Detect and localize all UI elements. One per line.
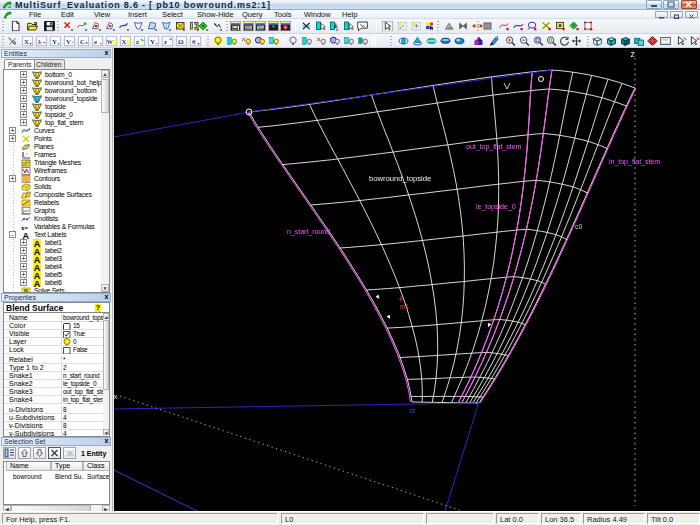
- tree-expander-icon[interactable]: +: [20, 95, 27, 102]
- win-cascade-icon[interactable]: [230, 21, 241, 32]
- mdi-close-button[interactable]: [685, 11, 698, 18]
- property-row-u-subdivisions[interactable]: u-Subdivisions4: [4, 414, 110, 422]
- cut-icon[interactable]: [301, 21, 312, 32]
- g-W-icon[interactable]: W: [106, 36, 117, 47]
- entities-close-icon[interactable]: x: [103, 50, 110, 56]
- bulb-show-icon[interactable]: [213, 36, 224, 47]
- bulb-knot-icon[interactable]: [255, 36, 266, 47]
- lens-1-icon[interactable]: [398, 36, 409, 47]
- point-magenta-icon[interactable]: [105, 21, 116, 32]
- pan-icon[interactable]: [571, 36, 582, 47]
- close-button[interactable]: [681, 0, 697, 9]
- mdi-minimize-button[interactable]: [655, 11, 668, 18]
- cube-wire-icon[interactable]: [592, 36, 603, 47]
- curve-red-teal-icon[interactable]: [499, 21, 510, 32]
- menu-help[interactable]: Help: [340, 10, 359, 19]
- tree-expander-icon[interactable]: +: [9, 135, 16, 142]
- dbulb-x-icon[interactable]: [316, 36, 327, 47]
- g-z2-icon[interactable]: z: [162, 36, 173, 47]
- tree-expander-icon[interactable]: +: [9, 175, 16, 182]
- selection-up-button[interactable]: [18, 447, 31, 459]
- tree-expander-icon[interactable]: -: [9, 231, 16, 238]
- arrow-return-icon[interactable]: [212, 21, 223, 32]
- property-row-v-subdivisions[interactable]: v-Subdivisions4: [4, 430, 110, 437]
- win-grid-icon[interactable]: [243, 21, 254, 32]
- scroll-down-icon[interactable]: ▼: [103, 429, 109, 435]
- del-x-icon[interactable]: [63, 21, 74, 32]
- selection-cell[interactable]: Surface: [87, 473, 110, 480]
- lens-3-icon[interactable]: [426, 36, 437, 47]
- knife-icon[interactable]: [488, 36, 499, 47]
- tree-expander-icon[interactable]: +: [20, 103, 27, 110]
- surf-outline-icon[interactable]: [133, 21, 144, 32]
- column-header-name[interactable]: Name: [6, 462, 51, 471]
- property-row-visible[interactable]: VisibleTrue: [4, 330, 110, 338]
- tab-parents[interactable]: Parents: [4, 59, 35, 69]
- open-icon[interactable]: [27, 21, 38, 32]
- g-O-icon[interactable]: Ω: [176, 36, 187, 47]
- g-z-icon[interactable]: z: [134, 36, 145, 47]
- cube-teal-icon[interactable]: [620, 36, 631, 47]
- property-row-name[interactable]: Namebowround_topside: [4, 314, 110, 322]
- property-row-layer[interactable]: Layer0: [4, 338, 110, 346]
- lens-5-icon[interactable]: [454, 36, 465, 47]
- curve-blue-icon[interactable]: [119, 21, 130, 32]
- tree-expander-icon[interactable]: +: [20, 79, 27, 86]
- properties-close-icon[interactable]: x: [103, 294, 110, 300]
- selection-cell[interactable]: Blend Su...: [55, 473, 84, 480]
- property-row-u-divisions[interactable]: u-Divisions8: [4, 406, 110, 414]
- grid-color-icon[interactable]: [425, 21, 436, 32]
- property-row-v-divisions[interactable]: v-Divisions8: [4, 422, 110, 430]
- diamond-red-icon[interactable]: [647, 36, 658, 47]
- cursor-x-icon[interactable]: [689, 36, 700, 47]
- curve-teal-icon[interactable]: [513, 21, 524, 32]
- curve-green-icon[interactable]: [77, 21, 88, 32]
- tree-expander-icon[interactable]: +: [20, 71, 27, 78]
- g-C-icon[interactable]: C: [78, 36, 89, 47]
- help-icon[interactable]: ?: [95, 304, 101, 312]
- minimize-button[interactable]: [646, 0, 662, 9]
- tree-expander-icon[interactable]: +: [20, 87, 27, 94]
- menu-window[interactable]: Window: [302, 10, 333, 19]
- win-star-icon[interactable]: [268, 21, 279, 32]
- cursor-sel-icon[interactable]: [676, 36, 687, 47]
- column-header-class[interactable]: Class: [83, 462, 110, 471]
- tree-expander-icon[interactable]: +: [20, 279, 27, 286]
- bulb-x-icon[interactable]: [241, 36, 252, 47]
- new-icon[interactable]: [10, 21, 21, 32]
- menu-tools[interactable]: Tools: [272, 10, 294, 19]
- g-X2-icon[interactable]: X: [120, 36, 131, 47]
- tree-scrollbar[interactable]: ▲▼: [101, 70, 109, 292]
- corner-box-icon[interactable]: [583, 21, 594, 32]
- tree-expander-icon[interactable]: +: [20, 119, 27, 126]
- scroll-down-icon[interactable]: ▼: [101, 284, 109, 292]
- win-red-icon[interactable]: [280, 21, 291, 32]
- dbulb-bar-icon[interactable]: [302, 36, 313, 47]
- property-row-snake3[interactable]: Snake3out_top_flat_stem: [4, 388, 110, 396]
- g-Y-icon[interactable]: Y: [50, 36, 61, 47]
- g-X-icon[interactable]: X: [22, 36, 33, 47]
- selection-list-button[interactable]: [3, 447, 16, 459]
- selection-down-button[interactable]: [33, 447, 46, 459]
- screen-icon[interactable]: [660, 36, 671, 47]
- surf-outline2-icon[interactable]: [161, 21, 172, 32]
- paste-icon[interactable]: 4: [329, 21, 340, 32]
- lasso-blue-icon[interactable]: [527, 21, 538, 32]
- viewport[interactable]: bowround_topsideout_top_flat_stemin_top_…: [114, 48, 700, 511]
- cube-pair-icon[interactable]: [634, 36, 645, 47]
- tree-expander-icon[interactable]: +: [20, 111, 27, 118]
- save-icon[interactable]: [44, 21, 55, 32]
- property-row-relabel[interactable]: Relabel*: [4, 356, 110, 364]
- cube-solid-icon[interactable]: [606, 36, 617, 47]
- menu-query[interactable]: Query: [240, 10, 264, 19]
- dbulb-box-icon[interactable]: [358, 36, 369, 47]
- tree-expander-icon[interactable]: +: [20, 247, 27, 254]
- bulb-bar-icon[interactable]: [227, 36, 238, 47]
- lens-2-icon[interactable]: [412, 36, 423, 47]
- selection-x-button[interactable]: [48, 447, 61, 459]
- point-red-icon[interactable]: [91, 21, 102, 32]
- dbulb-page-icon[interactable]: [344, 36, 355, 47]
- paste2-icon[interactable]: [343, 21, 354, 32]
- zoom-out-icon[interactable]: [519, 36, 530, 47]
- tree-expander-icon[interactable]: +: [9, 127, 16, 134]
